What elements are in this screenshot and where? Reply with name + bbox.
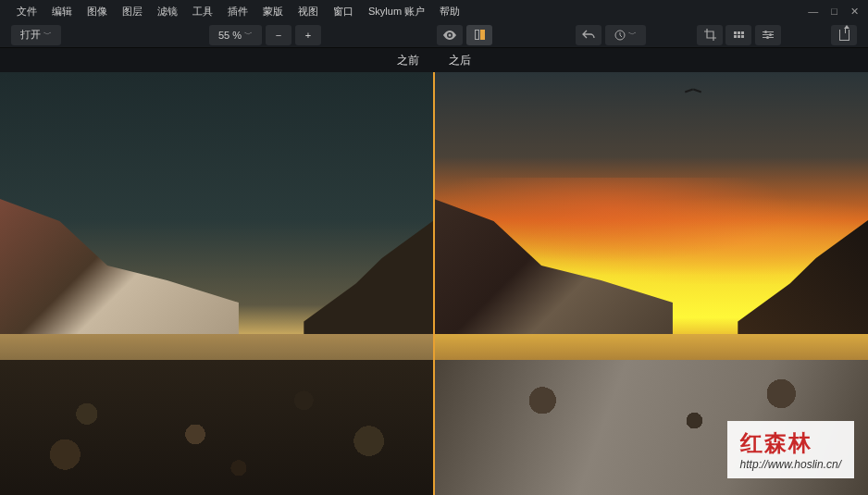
minimize-button[interactable]: — (808, 6, 818, 18)
preview-toggle-button[interactable] (437, 25, 463, 45)
open-button[interactable]: 打开 ﹀ (11, 25, 61, 45)
zoom-dropdown[interactable]: 55 % ﹀ (209, 25, 262, 45)
menu-masks[interactable]: 蒙版 (255, 5, 291, 19)
crop-button[interactable] (697, 25, 723, 45)
svg-point-1 (615, 31, 625, 40)
compare-labels: 之前 之后 (0, 48, 868, 72)
chevron-down-icon: ﹀ (43, 29, 52, 41)
maximize-button[interactable]: □ (831, 6, 837, 18)
zoom-value: 55 % (218, 30, 242, 41)
menu-help[interactable]: 帮助 (432, 5, 467, 19)
panel-controls (725, 25, 857, 45)
plus-icon: + (305, 30, 311, 41)
minus-icon: − (276, 30, 281, 41)
presets-button[interactable] (725, 25, 751, 45)
crop-icon (704, 29, 716, 41)
view-mode-controls (437, 25, 492, 45)
toolbar: 打开 ﹀ 55 % ﹀ − + ﹀ (0, 22, 868, 48)
before-image (0, 72, 434, 495)
menu-window[interactable]: 窗口 (326, 5, 361, 19)
sliders-icon (763, 31, 774, 38)
watermark-title: 红森林 (740, 428, 841, 458)
clock-icon (614, 30, 626, 41)
compare-divider[interactable] (433, 72, 435, 495)
close-button[interactable]: ✕ (850, 6, 859, 18)
before-label: 之前 (0, 48, 434, 72)
window-controls: — □ ✕ (808, 6, 859, 18)
menu-file[interactable]: 文件 (9, 5, 44, 19)
zoom-out-button[interactable]: − (266, 25, 291, 45)
watermark: 红森林 http://www.hoslin.cn/ (727, 421, 854, 478)
svg-point-0 (449, 33, 452, 36)
chevron-down-icon: ﹀ (628, 29, 637, 41)
history-controls: ﹀ (576, 25, 646, 45)
open-label: 打开 (20, 28, 41, 42)
menu-layer[interactable]: 图层 (115, 5, 150, 19)
zoom-controls: 55 % ﹀ − + (209, 25, 321, 45)
grid-icon (734, 31, 744, 38)
menu-plugins[interactable]: 插件 (220, 5, 255, 19)
eye-icon (443, 31, 456, 40)
bird-silhouette (685, 88, 701, 93)
menu-filter[interactable]: 滤镜 (150, 5, 185, 19)
chevron-down-icon: ﹀ (244, 29, 253, 41)
compare-toggle-button[interactable] (466, 25, 492, 45)
after-label: 之后 (434, 48, 868, 72)
compare-icon (475, 30, 485, 40)
zoom-in-button[interactable]: + (295, 25, 321, 45)
menu-bar: 文件 编辑 图像 图层 滤镜 工具 插件 蒙版 视图 窗口 Skylum 账户 … (0, 0, 868, 22)
undo-button[interactable] (576, 25, 601, 45)
menu-account[interactable]: Skylum 账户 (361, 5, 432, 19)
adjustments-button[interactable] (755, 25, 781, 45)
share-button[interactable] (831, 25, 857, 45)
undo-icon (582, 30, 595, 41)
menu-edit[interactable]: 编辑 (44, 5, 80, 19)
share-icon (839, 30, 849, 41)
menu-tools[interactable]: 工具 (185, 5, 220, 19)
watermark-url: http://www.hoslin.cn/ (740, 458, 841, 471)
history-dropdown[interactable]: ﹀ (605, 25, 646, 45)
menu-view[interactable]: 视图 (291, 5, 326, 19)
menu-image[interactable]: 图像 (80, 5, 115, 19)
